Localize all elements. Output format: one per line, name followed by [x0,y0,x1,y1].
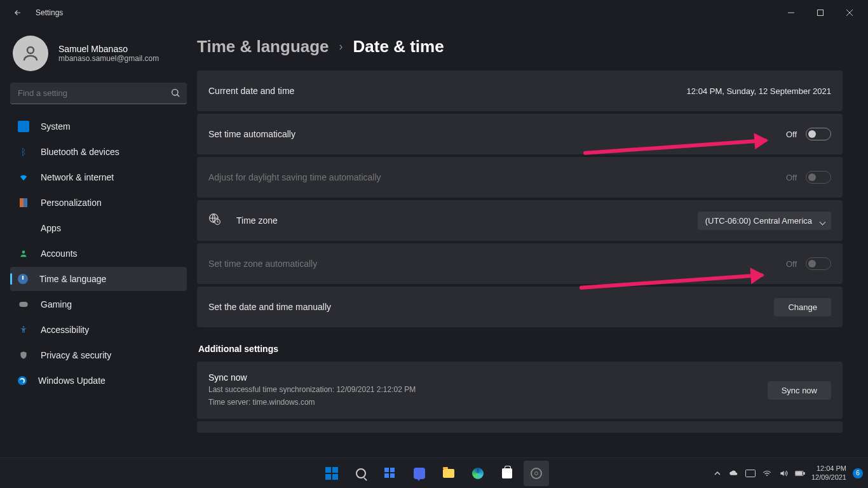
sidebar-item-label: Network & internet [41,172,114,182]
wifi-icon [18,172,29,183]
svg-line-6 [177,95,179,97]
folder-icon [443,469,454,478]
svg-rect-15 [796,471,803,475]
sidebar-item-personalization[interactable]: Personalization [10,191,187,215]
auto-timezone-toggle [806,257,831,270]
svg-point-7 [22,250,25,254]
sidebar-item-time-language[interactable]: Time & language [10,267,187,291]
sidebar-item-windows-update[interactable]: Windows Update [10,369,187,393]
setting-timezone: Time zone (UTC-06:00) Central America [197,200,843,241]
sidebar-item-gaming[interactable]: Gaming [10,292,187,316]
sidebar-item-label: Personalization [41,198,102,208]
search-box[interactable] [10,83,187,104]
setting-label: Current date and time [208,86,294,96]
shield-icon [18,349,29,361]
sidebar-item-label: System [41,121,71,132]
sync-now-button[interactable]: Sync now [768,381,831,400]
taskbar: 12:04 PM 12/09/2021 6 [0,458,868,488]
taskbar-search-button[interactable] [348,461,374,486]
window-title: Settings [36,8,63,17]
onedrive-icon[interactable] [729,469,739,478]
notification-badge[interactable]: 6 [853,468,863,478]
svg-point-4 [27,47,34,53]
store-icon [502,468,512,478]
sidebar-item-label: Windows Update [38,376,105,386]
settings-taskbar-button[interactable] [524,461,549,486]
toggle-state: Off [786,130,797,139]
page-title: Date & time [353,37,444,57]
person-icon [18,248,29,259]
minimize-button[interactable] [776,3,806,23]
setting-label: Time zone [236,215,278,226]
bluetooth-icon: ᛒ [18,146,29,158]
chat-button[interactable] [407,461,432,486]
timezone-value: (UTC-06:00) Central America [705,216,812,226]
system-tray[interactable]: 12:04 PM 12/09/2021 6 [712,464,863,481]
setting-manual-datetime: Set the date and time manually Change [197,287,843,327]
apps-icon [18,222,29,234]
taskbar-time: 12:04 PM [811,464,846,473]
start-button[interactable] [319,461,344,486]
wifi-icon[interactable] [762,469,772,478]
system-icon [18,121,29,132]
file-explorer-button[interactable] [436,461,461,486]
taskbar-clock[interactable]: 12:04 PM 12/09/2021 [811,464,846,481]
sidebar-item-system[interactable]: System [10,114,187,139]
volume-icon[interactable] [778,469,789,478]
profile-block[interactable]: Samuel Mbanaso mbanaso.samuel@gmail.com [13,36,187,71]
search-icon [356,468,366,478]
titlebar: Settings [0,0,868,25]
toggle-state: Off [786,259,797,269]
sidebar-item-label: Gaming [41,299,72,309]
battery-icon[interactable] [795,469,805,478]
chevron-right-icon: › [339,40,343,53]
sidebar-item-network[interactable]: Network & internet [10,165,187,189]
profile-email: mbanaso.samuel@gmail.com [58,54,159,63]
svg-rect-12 [745,470,755,477]
setting-current-datetime: Current date and time 12:04 PM, Sunday, … [197,71,843,111]
sidebar-item-privacy[interactable]: Privacy & security [10,343,187,367]
sidebar-item-label: Bluetooth & devices [41,147,119,157]
chevron-up-icon[interactable] [712,469,722,478]
breadcrumb-parent[interactable]: Time & language [197,37,329,57]
timezone-select[interactable]: (UTC-06:00) Central America [698,212,831,230]
sidebar: Samuel Mbanaso mbanaso.samuel@gmail.com … [0,25,197,458]
main-panel: Time & language › Date & time Current da… [197,25,868,458]
setting-row-cutoff [197,421,843,433]
close-button[interactable] [835,3,864,23]
maximize-button[interactable] [806,3,835,23]
search-input[interactable] [10,83,187,104]
svg-rect-1 [818,10,824,16]
svg-rect-8 [19,302,27,307]
sidebar-item-accounts[interactable]: Accounts [10,241,187,266]
input-icon[interactable] [745,469,756,478]
setting-label: Set time automatically [208,129,295,139]
sidebar-item-accessibility[interactable]: Accessibility [10,318,187,342]
sidebar-item-label: Accessibility [41,325,89,335]
dst-toggle [806,171,831,184]
toggle-state: Off [786,173,797,182]
sidebar-item-apps[interactable]: Apps [10,216,187,240]
current-datetime-value: 12:04 PM, Sunday, 12 September 2021 [687,86,831,96]
sidebar-item-bluetooth[interactable]: ᛒBluetooth & devices [10,140,187,164]
svg-rect-14 [804,472,805,474]
update-icon [18,376,27,385]
gear-icon [531,468,542,479]
brush-icon [18,197,29,208]
sidebar-item-label: Apps [41,223,61,233]
accessibility-icon [18,324,29,336]
change-button[interactable]: Change [774,298,831,316]
back-button[interactable] [13,8,23,18]
sync-server: Time server: time.windows.com [208,396,416,408]
svg-point-9 [23,326,24,327]
setting-sync-now: Sync now Last successful time synchroniz… [197,362,843,419]
store-button[interactable] [494,461,520,486]
setting-dst: Adjust for daylight saving time automati… [197,157,843,198]
task-view-button[interactable] [377,461,403,486]
auto-time-toggle[interactable] [806,128,831,140]
section-header-additional: Additional settings [198,344,843,354]
sync-last-success: Last successful time synchronization: 12… [208,384,416,395]
edge-button[interactable] [465,461,491,486]
avatar [13,36,48,71]
setting-label: Set time zone automatically [208,259,317,269]
